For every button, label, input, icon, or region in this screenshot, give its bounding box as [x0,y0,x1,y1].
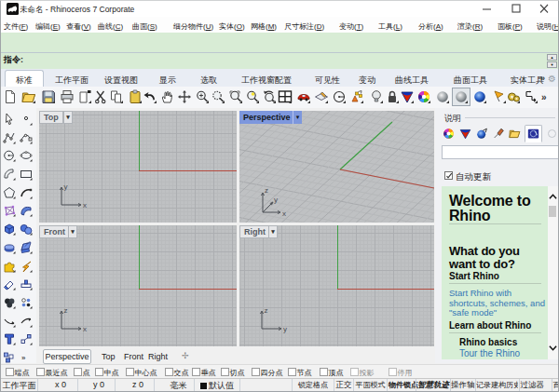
svg-text:»: » [21,354,26,362]
svg-text:z: z [64,306,68,315]
svg-text:y: y [64,182,68,191]
svg-text:y: y [283,325,287,333]
svg-text:x: x [83,325,87,333]
svg-text:z: z [265,306,268,315]
svg-text:y: y [274,196,278,204]
svg-text:x: x [83,201,87,210]
svg-text:x: x [282,210,286,218]
svg-text:z: z [265,186,268,195]
